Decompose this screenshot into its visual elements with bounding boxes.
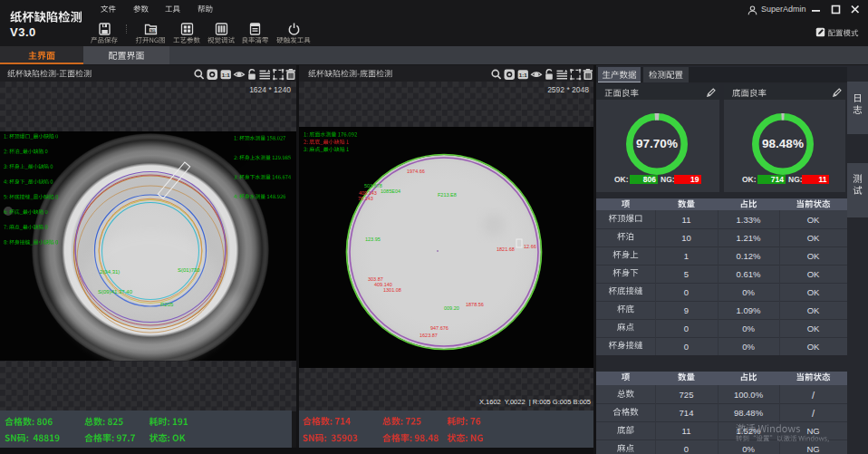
svg-text:NG: NG xyxy=(149,29,155,33)
svg-text:1:1: 1:1 xyxy=(222,72,231,78)
svg-text:1:1: 1:1 xyxy=(519,72,528,78)
